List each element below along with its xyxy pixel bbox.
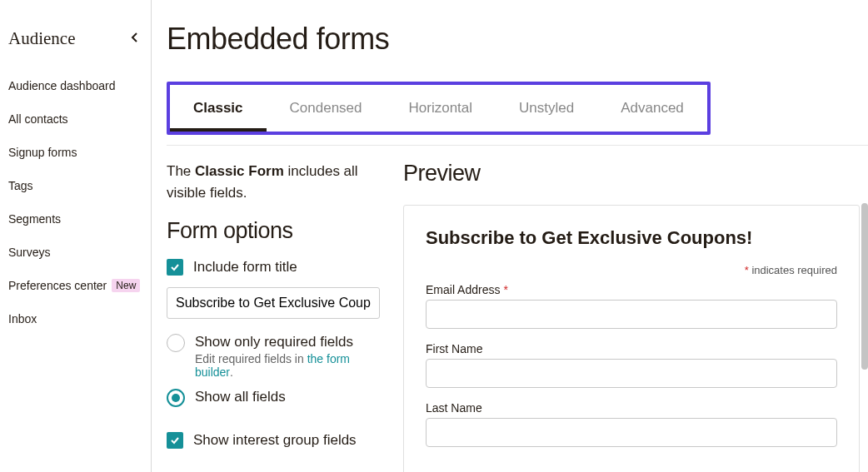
tab-unstyled[interactable]: Unstyled <box>496 85 597 132</box>
sidebar-item-inbox[interactable]: Inbox <box>0 302 151 335</box>
tab-divider <box>167 145 868 146</box>
form-description: The Classic Form includes all visible fi… <box>167 161 380 203</box>
page-title: Embedded forms <box>167 22 868 57</box>
form-options-column: The Classic Form includes all visible fi… <box>167 161 380 472</box>
field-label-firstname: First Name <box>426 342 837 355</box>
show-required-sublabel: Edit required fields in the form builder… <box>195 352 380 379</box>
sidebar: Audience Audience dashboard All contacts… <box>0 0 152 472</box>
show-required-radio[interactable] <box>167 334 185 352</box>
asterisk-icon: * <box>745 264 749 276</box>
preview-form-title: Subscribe to Get Exclusive Coupons! <box>426 227 837 249</box>
include-title-label: Include form title <box>193 259 297 276</box>
sidebar-item-audience-dashboard[interactable]: Audience dashboard <box>0 69 151 102</box>
new-badge: New <box>112 279 140 292</box>
sidebar-header: Audience <box>0 28 151 49</box>
firstname-field[interactable] <box>426 359 837 388</box>
sidebar-item-tags[interactable]: Tags <box>0 169 151 202</box>
required-note: * indicates required <box>426 264 837 276</box>
preview-box: Subscribe to Get Exclusive Coupons! * in… <box>403 205 860 472</box>
field-label-email: Email Address * <box>426 283 837 296</box>
option-include-title: Include form title <box>167 259 380 276</box>
email-field[interactable] <box>426 300 837 329</box>
field-label-lastname: Last Name <box>426 401 837 415</box>
sidebar-item-all-contacts[interactable]: All contacts <box>0 102 151 136</box>
sidebar-item-preferences-center[interactable]: Preferences center New <box>0 269 151 302</box>
form-title-input[interactable] <box>167 287 380 319</box>
option-show-required: Show only required fields Edit required … <box>167 334 380 379</box>
tab-horizontal[interactable]: Horizontal <box>386 85 496 132</box>
asterisk-icon: * <box>503 283 507 296</box>
show-required-label: Show only required fields <box>195 334 353 350</box>
option-show-interest: Show interest group fields <box>167 432 380 449</box>
tabs: Classic Condensed Horizontal Unstyled Ad… <box>170 85 707 132</box>
option-show-all: Show all fields <box>167 389 380 407</box>
tabs-highlight-box: Classic Condensed Horizontal Unstyled Ad… <box>167 82 711 135</box>
chevron-left-icon[interactable] <box>131 32 139 47</box>
lastname-field[interactable] <box>426 418 837 447</box>
show-interest-label: Show interest group fields <box>193 432 357 449</box>
sidebar-nav: Audience dashboard All contacts Signup f… <box>0 69 151 335</box>
show-all-radio[interactable] <box>167 389 185 407</box>
sidebar-item-signup-forms[interactable]: Signup forms <box>0 136 151 169</box>
tab-classic[interactable]: Classic <box>170 85 267 132</box>
show-all-label: Show all fields <box>195 389 286 405</box>
sidebar-title: Audience <box>8 28 75 49</box>
scrollbar[interactable] <box>861 203 868 370</box>
show-interest-checkbox[interactable] <box>167 432 183 449</box>
main-content: Embedded forms Classic Condensed Horizon… <box>152 0 868 472</box>
preview-heading: Preview <box>403 161 860 186</box>
tab-advanced[interactable]: Advanced <box>597 85 707 132</box>
sidebar-item-surveys[interactable]: Surveys <box>0 236 151 269</box>
form-options-heading: Form options <box>167 218 380 244</box>
tab-condensed[interactable]: Condensed <box>267 85 386 132</box>
include-title-checkbox[interactable] <box>167 259 183 276</box>
preview-column: Preview Subscribe to Get Exclusive Coupo… <box>403 161 868 472</box>
sidebar-item-segments[interactable]: Segments <box>0 202 151 236</box>
